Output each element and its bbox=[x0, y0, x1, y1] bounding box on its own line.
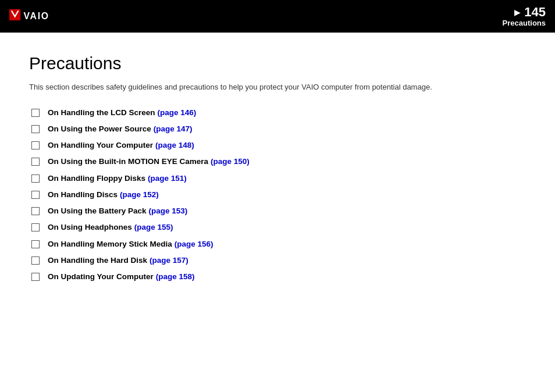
item-page-link[interactable]: (page 155) bbox=[134, 222, 173, 233]
item-page-link[interactable]: (page 150) bbox=[211, 156, 250, 168]
main-content: Precautions This section describes safet… bbox=[0, 33, 555, 305]
item-page-link[interactable]: (page 156) bbox=[175, 238, 214, 250]
item-label: On Updating Your Computer bbox=[48, 271, 154, 283]
page-number-line: ▶ 145 bbox=[514, 6, 546, 19]
header-right: ▶ 145 Precautions bbox=[503, 6, 546, 27]
item-page-link[interactable]: (page 153) bbox=[149, 205, 188, 217]
list-item: On Handling Memory Stick Media (page 156… bbox=[29, 238, 526, 250]
item-page-link[interactable]: (page 146) bbox=[158, 107, 197, 119]
checkbox-icon bbox=[31, 109, 40, 117]
list-item: On Handling the Hard Disk (page 157) bbox=[29, 255, 526, 266]
arrow-icon: ▶ bbox=[514, 8, 521, 17]
checkbox-icon bbox=[31, 240, 40, 248]
item-label: On Handling the LCD Screen bbox=[48, 107, 155, 119]
list-item: On Using the Battery Pack (page 153) bbox=[29, 205, 526, 217]
checkbox-icon bbox=[31, 207, 40, 215]
list-item: On Handling Floppy Disks (page 151) bbox=[29, 173, 526, 184]
item-page-link[interactable]: (page 158) bbox=[156, 271, 195, 283]
list-item: On Handling Discs (page 152) bbox=[29, 189, 526, 201]
checkbox-icon bbox=[31, 125, 40, 133]
item-label: On Using the Power Source bbox=[48, 123, 151, 135]
checkbox-icon bbox=[31, 141, 40, 149]
header: VAIO ▶ 145 Precautions bbox=[0, 0, 555, 33]
checkbox-icon bbox=[31, 158, 40, 166]
checkbox-icon bbox=[31, 174, 40, 183]
item-label: On Handling Your Computer bbox=[48, 140, 153, 151]
intro-text: This section describes safety guidelines… bbox=[29, 81, 526, 93]
page-title: Precautions bbox=[29, 54, 526, 73]
toc-list: On Handling the LCD Screen (page 146)On … bbox=[29, 107, 526, 283]
list-item: On Updating Your Computer (page 158) bbox=[29, 271, 526, 283]
checkbox-icon bbox=[31, 273, 40, 281]
item-page-link[interactable]: (page 157) bbox=[150, 255, 188, 266]
item-label: On Using the Built-in MOTION EYE Camera bbox=[48, 156, 208, 168]
item-page-link[interactable]: (page 151) bbox=[148, 173, 187, 184]
item-page-link[interactable]: (page 152) bbox=[120, 189, 159, 201]
page-number: 145 bbox=[524, 6, 546, 19]
item-label: On Handling the Hard Disk bbox=[48, 255, 147, 266]
list-item: On Using the Built-in MOTION EYE Camera … bbox=[29, 156, 526, 168]
vaio-logo: VAIO bbox=[9, 8, 65, 24]
checkbox-icon bbox=[31, 223, 40, 231]
item-page-link[interactable]: (page 148) bbox=[155, 140, 194, 151]
item-label: On Using Headphones bbox=[48, 222, 132, 233]
item-label: On Handling Discs bbox=[48, 189, 118, 201]
list-item: On Handling Your Computer (page 148) bbox=[29, 140, 526, 151]
item-label: On Using the Battery Pack bbox=[48, 205, 147, 217]
item-page-link[interactable]: (page 147) bbox=[154, 123, 193, 135]
svg-text:VAIO: VAIO bbox=[24, 11, 49, 21]
list-item: On Handling the LCD Screen (page 146) bbox=[29, 107, 526, 119]
list-item: On Using the Power Source (page 147) bbox=[29, 123, 526, 135]
item-label: On Handling Floppy Disks bbox=[48, 173, 145, 184]
checkbox-icon bbox=[31, 191, 40, 199]
checkbox-icon bbox=[31, 256, 40, 265]
list-item: On Using Headphones (page 155) bbox=[29, 222, 526, 233]
section-label: Precautions bbox=[503, 19, 546, 27]
item-label: On Handling Memory Stick Media bbox=[48, 238, 172, 250]
